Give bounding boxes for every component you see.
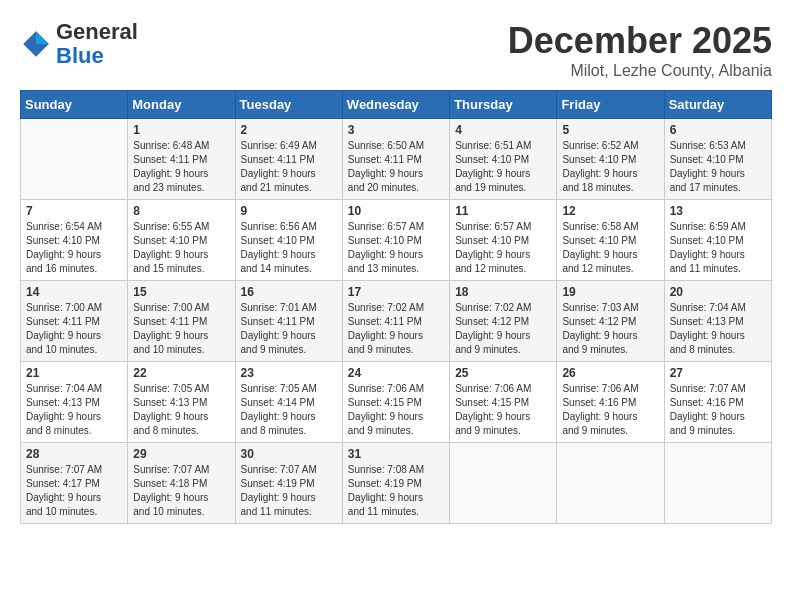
calendar-cell: 31Sunrise: 7:08 AM Sunset: 4:19 PM Dayli…	[342, 443, 449, 524]
day-info: Sunrise: 7:06 AM Sunset: 4:16 PM Dayligh…	[562, 382, 658, 438]
day-info: Sunrise: 7:00 AM Sunset: 4:11 PM Dayligh…	[133, 301, 229, 357]
calendar-cell: 2Sunrise: 6:49 AM Sunset: 4:11 PM Daylig…	[235, 119, 342, 200]
col-header-sunday: Sunday	[21, 91, 128, 119]
day-info: Sunrise: 6:54 AM Sunset: 4:10 PM Dayligh…	[26, 220, 122, 276]
day-number: 25	[455, 366, 551, 380]
day-number: 21	[26, 366, 122, 380]
logo-text: General Blue	[56, 20, 138, 68]
calendar-table: SundayMondayTuesdayWednesdayThursdayFrid…	[20, 90, 772, 524]
day-info: Sunrise: 6:50 AM Sunset: 4:11 PM Dayligh…	[348, 139, 444, 195]
calendar-cell	[450, 443, 557, 524]
calendar-cell	[664, 443, 771, 524]
calendar-cell: 30Sunrise: 7:07 AM Sunset: 4:19 PM Dayli…	[235, 443, 342, 524]
calendar-cell: 22Sunrise: 7:05 AM Sunset: 4:13 PM Dayli…	[128, 362, 235, 443]
day-info: Sunrise: 6:48 AM Sunset: 4:11 PM Dayligh…	[133, 139, 229, 195]
day-number: 27	[670, 366, 766, 380]
calendar-cell: 19Sunrise: 7:03 AM Sunset: 4:12 PM Dayli…	[557, 281, 664, 362]
day-number: 1	[133, 123, 229, 137]
day-info: Sunrise: 7:02 AM Sunset: 4:12 PM Dayligh…	[455, 301, 551, 357]
day-number: 29	[133, 447, 229, 461]
title-block: December 2025 Milot, Lezhe County, Alban…	[508, 20, 772, 80]
day-number: 19	[562, 285, 658, 299]
day-number: 24	[348, 366, 444, 380]
day-info: Sunrise: 7:06 AM Sunset: 4:15 PM Dayligh…	[348, 382, 444, 438]
calendar-cell: 27Sunrise: 7:07 AM Sunset: 4:16 PM Dayli…	[664, 362, 771, 443]
calendar-cell: 4Sunrise: 6:51 AM Sunset: 4:10 PM Daylig…	[450, 119, 557, 200]
calendar-cell: 11Sunrise: 6:57 AM Sunset: 4:10 PM Dayli…	[450, 200, 557, 281]
day-number: 3	[348, 123, 444, 137]
calendar-cell: 1Sunrise: 6:48 AM Sunset: 4:11 PM Daylig…	[128, 119, 235, 200]
day-number: 5	[562, 123, 658, 137]
day-info: Sunrise: 6:55 AM Sunset: 4:10 PM Dayligh…	[133, 220, 229, 276]
calendar-cell: 12Sunrise: 6:58 AM Sunset: 4:10 PM Dayli…	[557, 200, 664, 281]
location-title: Milot, Lezhe County, Albania	[508, 62, 772, 80]
day-info: Sunrise: 7:07 AM Sunset: 4:17 PM Dayligh…	[26, 463, 122, 519]
day-info: Sunrise: 6:53 AM Sunset: 4:10 PM Dayligh…	[670, 139, 766, 195]
col-header-wednesday: Wednesday	[342, 91, 449, 119]
calendar-week-row: 21Sunrise: 7:04 AM Sunset: 4:13 PM Dayli…	[21, 362, 772, 443]
calendar-cell: 16Sunrise: 7:01 AM Sunset: 4:11 PM Dayli…	[235, 281, 342, 362]
logo-icon	[20, 28, 52, 60]
day-number: 16	[241, 285, 337, 299]
calendar-cell: 5Sunrise: 6:52 AM Sunset: 4:10 PM Daylig…	[557, 119, 664, 200]
day-number: 7	[26, 204, 122, 218]
col-header-tuesday: Tuesday	[235, 91, 342, 119]
day-info: Sunrise: 7:05 AM Sunset: 4:14 PM Dayligh…	[241, 382, 337, 438]
day-info: Sunrise: 7:00 AM Sunset: 4:11 PM Dayligh…	[26, 301, 122, 357]
calendar-week-row: 14Sunrise: 7:00 AM Sunset: 4:11 PM Dayli…	[21, 281, 772, 362]
calendar-cell: 28Sunrise: 7:07 AM Sunset: 4:17 PM Dayli…	[21, 443, 128, 524]
calendar-cell: 7Sunrise: 6:54 AM Sunset: 4:10 PM Daylig…	[21, 200, 128, 281]
day-number: 2	[241, 123, 337, 137]
calendar-week-row: 7Sunrise: 6:54 AM Sunset: 4:10 PM Daylig…	[21, 200, 772, 281]
day-info: Sunrise: 7:04 AM Sunset: 4:13 PM Dayligh…	[26, 382, 122, 438]
calendar-cell	[557, 443, 664, 524]
calendar-week-row: 28Sunrise: 7:07 AM Sunset: 4:17 PM Dayli…	[21, 443, 772, 524]
day-info: Sunrise: 7:02 AM Sunset: 4:11 PM Dayligh…	[348, 301, 444, 357]
day-info: Sunrise: 6:56 AM Sunset: 4:10 PM Dayligh…	[241, 220, 337, 276]
col-header-monday: Monday	[128, 91, 235, 119]
day-number: 8	[133, 204, 229, 218]
day-number: 10	[348, 204, 444, 218]
logo-blue-text: Blue	[56, 43, 104, 68]
day-number: 17	[348, 285, 444, 299]
day-info: Sunrise: 7:08 AM Sunset: 4:19 PM Dayligh…	[348, 463, 444, 519]
day-info: Sunrise: 6:52 AM Sunset: 4:10 PM Dayligh…	[562, 139, 658, 195]
calendar-cell: 9Sunrise: 6:56 AM Sunset: 4:10 PM Daylig…	[235, 200, 342, 281]
day-number: 18	[455, 285, 551, 299]
calendar-cell: 8Sunrise: 6:55 AM Sunset: 4:10 PM Daylig…	[128, 200, 235, 281]
day-info: Sunrise: 7:07 AM Sunset: 4:19 PM Dayligh…	[241, 463, 337, 519]
day-number: 28	[26, 447, 122, 461]
calendar-week-row: 1Sunrise: 6:48 AM Sunset: 4:11 PM Daylig…	[21, 119, 772, 200]
calendar-cell: 3Sunrise: 6:50 AM Sunset: 4:11 PM Daylig…	[342, 119, 449, 200]
calendar-cell: 21Sunrise: 7:04 AM Sunset: 4:13 PM Dayli…	[21, 362, 128, 443]
page-header: General Blue December 2025 Milot, Lezhe …	[20, 20, 772, 80]
day-number: 22	[133, 366, 229, 380]
calendar-header-row: SundayMondayTuesdayWednesdayThursdayFrid…	[21, 91, 772, 119]
day-number: 26	[562, 366, 658, 380]
day-info: Sunrise: 7:01 AM Sunset: 4:11 PM Dayligh…	[241, 301, 337, 357]
day-number: 11	[455, 204, 551, 218]
calendar-cell: 26Sunrise: 7:06 AM Sunset: 4:16 PM Dayli…	[557, 362, 664, 443]
col-header-friday: Friday	[557, 91, 664, 119]
day-number: 15	[133, 285, 229, 299]
logo-general-text: General	[56, 19, 138, 44]
day-info: Sunrise: 7:03 AM Sunset: 4:12 PM Dayligh…	[562, 301, 658, 357]
calendar-cell: 17Sunrise: 7:02 AM Sunset: 4:11 PM Dayli…	[342, 281, 449, 362]
day-info: Sunrise: 7:04 AM Sunset: 4:13 PM Dayligh…	[670, 301, 766, 357]
calendar-cell: 25Sunrise: 7:06 AM Sunset: 4:15 PM Dayli…	[450, 362, 557, 443]
calendar-cell: 10Sunrise: 6:57 AM Sunset: 4:10 PM Dayli…	[342, 200, 449, 281]
day-info: Sunrise: 6:49 AM Sunset: 4:11 PM Dayligh…	[241, 139, 337, 195]
day-number: 20	[670, 285, 766, 299]
svg-marker-1	[36, 31, 49, 44]
day-info: Sunrise: 6:57 AM Sunset: 4:10 PM Dayligh…	[455, 220, 551, 276]
logo: General Blue	[20, 20, 138, 68]
calendar-cell: 29Sunrise: 7:07 AM Sunset: 4:18 PM Dayli…	[128, 443, 235, 524]
col-header-thursday: Thursday	[450, 91, 557, 119]
day-number: 23	[241, 366, 337, 380]
day-number: 6	[670, 123, 766, 137]
day-number: 30	[241, 447, 337, 461]
calendar-cell: 15Sunrise: 7:00 AM Sunset: 4:11 PM Dayli…	[128, 281, 235, 362]
day-number: 13	[670, 204, 766, 218]
day-info: Sunrise: 6:58 AM Sunset: 4:10 PM Dayligh…	[562, 220, 658, 276]
calendar-cell: 6Sunrise: 6:53 AM Sunset: 4:10 PM Daylig…	[664, 119, 771, 200]
